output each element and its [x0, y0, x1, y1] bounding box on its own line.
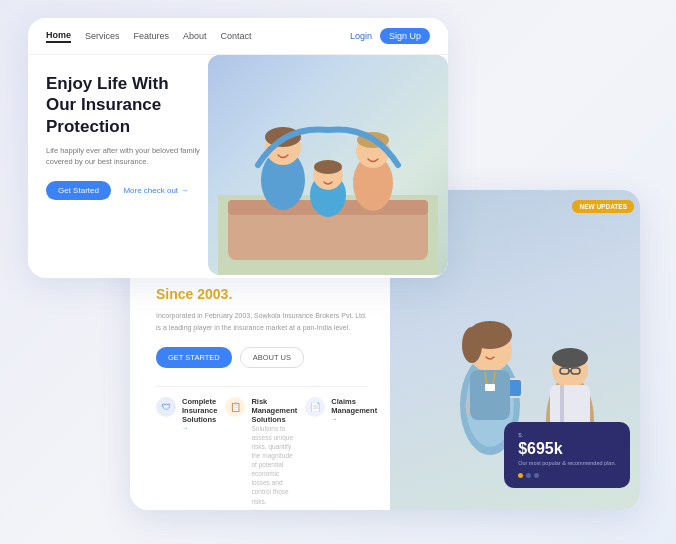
get-started-button[interactable]: Get Started [46, 181, 111, 200]
feature-risk-link[interactable]: → [251, 506, 297, 510]
stat-card: $. $695k Our most popular & recommended … [504, 422, 630, 488]
new-updates-badge: NEW UPDATES [572, 200, 634, 213]
svg-point-11 [314, 160, 342, 174]
card1-heading: Enjoy Life With Our Insurance Protection [46, 73, 202, 137]
shield-icon: 🛡 [156, 397, 176, 417]
nav-right: Login Sign Up [350, 28, 430, 44]
svg-point-28 [552, 348, 588, 368]
more-check-out-button[interactable]: More check out [123, 186, 188, 195]
nav-features[interactable]: Features [134, 31, 170, 41]
family-background [208, 55, 448, 275]
nav-services[interactable]: Services [85, 31, 120, 41]
login-button[interactable]: Login [350, 31, 372, 41]
dot-3 [534, 473, 539, 478]
since-text: Since 2003. [156, 286, 368, 302]
card1-hero-area: Enjoy Life With Our Insurance Protection… [28, 55, 448, 278]
feature-risk-title: Risk Management Solutions [251, 397, 297, 424]
card1-text-block: Enjoy Life With Our Insurance Protection… [28, 55, 218, 278]
card2-description: Incorporated in February 2003, Sowkola I… [156, 310, 368, 332]
feature-risk-management: 📋 Risk Management Solutions Solutions to… [225, 397, 305, 510]
svg-rect-22 [485, 384, 495, 391]
feature-complete-insurance: 🛡 Complete Insurance Solutions → [156, 397, 225, 510]
card2-buttons: GET STARTED ABOUT US [156, 347, 368, 368]
svg-point-17 [462, 327, 482, 363]
about-us-button[interactable]: ABOUT US [240, 347, 304, 368]
nav-about[interactable]: About [183, 31, 207, 41]
feature-claims: 📄 Claims Management → [305, 397, 385, 510]
svg-rect-21 [470, 370, 510, 420]
card1-nav: Home Services Features About Contact Log… [28, 18, 448, 55]
feature-risk-text: Risk Management Solutions Solutions to a… [251, 397, 297, 510]
feature-complete-text: Complete Insurance Solutions → [182, 397, 217, 431]
nav-home[interactable]: Home [46, 30, 71, 43]
family-illustration [218, 75, 438, 275]
nav-contact[interactable]: Contact [221, 31, 252, 41]
card1-subtext: Life happily ever after with your belove… [46, 145, 202, 168]
stat-dots [518, 473, 616, 478]
feature-risk-subtitle: Solutions to assess unique risks, quanti… [251, 424, 297, 506]
card1-insurance-hero: Home Services Features About Contact Log… [28, 18, 448, 278]
feature-claims-link[interactable]: → [331, 415, 377, 422]
signup-button[interactable]: Sign Up [380, 28, 430, 44]
get-started-button-2[interactable]: GET STARTED [156, 347, 232, 368]
feature-claims-title: Claims Management [331, 397, 377, 415]
features-row: 🛡 Complete Insurance Solutions → 📋 Risk … [156, 386, 368, 510]
feature-claims-text: Claims Management → [331, 397, 377, 422]
dot-1 [518, 473, 523, 478]
stat-value: $695k [518, 440, 616, 458]
card1-cta-row: Get Started More check out [46, 179, 202, 200]
feature-complete-link[interactable]: → [182, 424, 217, 431]
family-image [208, 55, 448, 275]
stat-desc: Our most popular & recommended plan. [518, 460, 616, 468]
stat-label: $. [518, 432, 616, 438]
document-icon: 📄 [305, 397, 325, 417]
dot-2 [526, 473, 531, 478]
feature-complete-title: Complete Insurance Solutions [182, 397, 217, 424]
clipboard-icon: 📋 [225, 397, 245, 417]
